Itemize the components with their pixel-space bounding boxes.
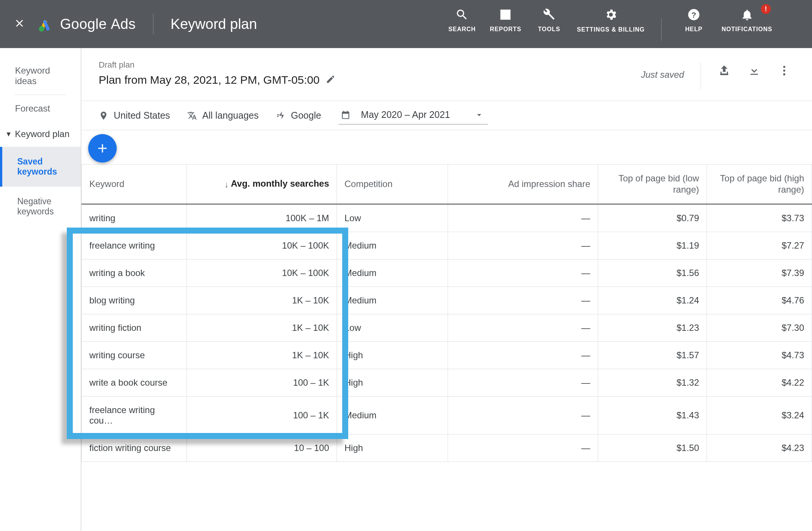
col-avg-searches[interactable]: ↓Avg. monthly searches: [187, 164, 337, 204]
cell-bid-high: $7.27: [707, 232, 812, 259]
cell-competition: High: [337, 342, 448, 369]
cell-keyword: freelance writing cou…: [82, 397, 187, 434]
plan-status: Just saved: [641, 69, 684, 80]
cell-avg: 100K – 1M: [187, 204, 337, 232]
pencil-icon: [326, 74, 335, 84]
cell-bid-low: $1.56: [598, 259, 707, 287]
cell-keyword: writing: [82, 204, 187, 232]
avatar[interactable]: [786, 7, 801, 18]
table-row[interactable]: freelance writing cou…100 – 1KMedium—$1.…: [82, 397, 812, 434]
plan-label: Draft plan: [99, 60, 632, 70]
table-row[interactable]: fiction writing course10 – 100High—$1.50…: [82, 434, 812, 462]
cell-bid-low: $1.23: [598, 314, 707, 342]
help-button[interactable]: ? HELP: [678, 7, 710, 33]
sidebar-item-saved-keywords[interactable]: Saved keywords: [0, 147, 81, 187]
download-button[interactable]: [744, 60, 765, 81]
cell-impression: —: [448, 232, 598, 259]
cell-impression: —: [448, 287, 598, 314]
tools-button[interactable]: TOOLS: [533, 7, 565, 33]
side-nav: Keyword ideas Forecast ▼ Keyword plan Sa…: [0, 48, 81, 531]
sidebar-item-forecast[interactable]: Forecast: [0, 96, 81, 121]
cell-avg: 1K – 10K: [187, 342, 337, 369]
cell-keyword: writing course: [82, 342, 187, 369]
sidebar-item-keyword-ideas[interactable]: Keyword ideas: [0, 58, 81, 94]
edit-plan-name-button[interactable]: [326, 74, 335, 86]
cell-impression: —: [448, 397, 598, 434]
cell-bid-low: $1.50: [598, 434, 707, 462]
cell-impression: —: [448, 434, 598, 462]
svg-rect-4: [720, 72, 722, 75]
divider: [15, 95, 66, 95]
col-keyword[interactable]: Keyword: [82, 164, 187, 204]
sidebar-item-keyword-plan[interactable]: ▼ Keyword plan: [0, 121, 81, 147]
cell-bid-low: $1.24: [598, 287, 707, 314]
cell-competition: Low: [337, 314, 448, 342]
col-competition[interactable]: Competition: [337, 164, 448, 204]
svg-text:?: ?: [692, 11, 696, 19]
sidebar-item-negative-keywords[interactable]: Negative keywords: [0, 187, 81, 226]
main: Draft plan Plan from May 28, 2021, 12 PM…: [81, 48, 812, 531]
google-ads-logo: Google Ads: [37, 16, 136, 32]
svg-rect-3: [720, 74, 728, 75]
caret-down-icon: ▼: [5, 130, 12, 138]
search-button[interactable]: SEARCH: [446, 7, 478, 33]
table-row[interactable]: writing course1K – 10KHigh—$1.57$4.73: [82, 342, 812, 369]
notifications-button[interactable]: ! NOTIFICATIONS: [722, 7, 772, 33]
cell-impression: —: [448, 204, 598, 232]
share-button[interactable]: [714, 60, 735, 81]
cell-bid-high: $3.24: [707, 397, 812, 434]
table-row[interactable]: freelance writing10K – 100KMedium—$1.19$…: [82, 232, 812, 259]
cell-avg: 100 – 1K: [187, 397, 337, 434]
table-row[interactable]: writing100K – 1MLow—$0.79$3.73: [82, 204, 812, 232]
cell-bid-low: $1.57: [598, 342, 707, 369]
add-keyword-button[interactable]: [88, 134, 117, 163]
filter-location[interactable]: United States: [99, 110, 170, 121]
top-actions: SEARCH REPORTS TOOLS SETTINGS & BILLING …: [446, 7, 801, 41]
table-row[interactable]: blog writing1K – 10KMedium—$1.24$4.76: [82, 287, 812, 314]
download-icon: [748, 64, 761, 77]
cell-avg: 100 – 1K: [187, 369, 337, 397]
cell-bid-low: $1.32: [598, 369, 707, 397]
filter-date-range[interactable]: May 2020 – Apr 2021: [338, 106, 488, 125]
col-bid-low[interactable]: Top of page bid (low range): [598, 164, 707, 204]
filter-language[interactable]: All languages: [187, 110, 259, 121]
chevron-down-icon: [474, 110, 484, 120]
cell-bid-low: $1.43: [598, 397, 707, 434]
cell-competition: Low: [337, 204, 448, 232]
table-row[interactable]: writing fiction1K – 10KLow—$1.23$7.30: [82, 314, 812, 342]
cell-competition: Medium: [337, 287, 448, 314]
settings-billing-button[interactable]: SETTINGS & BILLING: [577, 7, 645, 33]
cell-avg: 1K – 10K: [187, 287, 337, 314]
search-icon: [454, 7, 469, 22]
cell-keyword: write a book course: [82, 369, 187, 397]
plan-header: Draft plan Plan from May 28, 2021, 12 PM…: [81, 48, 812, 101]
cell-bid-high: $3.73: [707, 204, 812, 232]
cell-impression: —: [448, 369, 598, 397]
brand-text: Google Ads: [60, 16, 136, 32]
svg-point-7: [783, 69, 785, 72]
cell-avg: 1K – 10K: [187, 314, 337, 342]
cell-bid-high: $4.73: [707, 342, 812, 369]
filter-bar: United States All languages Google May 2…: [81, 101, 812, 130]
language-icon: [187, 111, 197, 121]
gear-icon: [603, 7, 618, 22]
ads-logo-icon: [37, 16, 53, 32]
share-icon: [718, 64, 731, 77]
col-bid-high[interactable]: Top of page bid (high range): [707, 164, 812, 204]
more-menu-button[interactable]: [774, 60, 795, 81]
svg-point-8: [783, 73, 785, 75]
col-impression[interactable]: Ad impression share: [448, 164, 598, 204]
reports-button[interactable]: REPORTS: [490, 7, 521, 33]
more-vertical-icon: [778, 64, 791, 77]
close-button[interactable]: [12, 16, 27, 33]
calendar-icon: [341, 110, 350, 120]
filter-network[interactable]: Google: [276, 110, 321, 121]
cell-competition: High: [337, 369, 448, 397]
table-row[interactable]: writing a book10K – 100KMedium—$1.56$7.3…: [82, 259, 812, 287]
notification-badge: !: [761, 4, 771, 14]
svg-rect-5: [727, 72, 728, 75]
keywords-table: Keyword ↓Avg. monthly searches Competiti…: [81, 164, 812, 462]
divider: [153, 14, 153, 35]
table-row[interactable]: write a book course100 – 1KHigh—$1.32$4.…: [82, 369, 812, 397]
cell-impression: —: [448, 259, 598, 287]
